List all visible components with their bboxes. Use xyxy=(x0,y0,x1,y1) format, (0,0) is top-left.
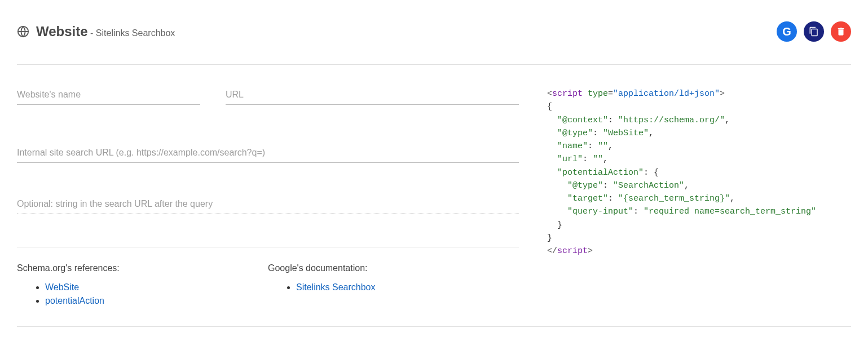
copy-icon xyxy=(809,26,819,37)
copy-button[interactable] xyxy=(804,21,824,42)
google-g-icon: G xyxy=(782,25,791,38)
code-preview: <script type="application/ld+json"> { "@… xyxy=(547,86,851,309)
header-actions: G xyxy=(777,21,851,42)
list-item: potentialAction xyxy=(45,296,268,306)
search-url-input[interactable] xyxy=(17,144,519,163)
url-input[interactable] xyxy=(226,86,519,105)
list-item: Sitelinks Searchbox xyxy=(296,282,519,292)
header: Website - Sitelinks Searchbox G xyxy=(17,0,851,65)
google-docs-heading: Google's documentation: xyxy=(268,263,519,273)
list-item: WebSite xyxy=(45,282,268,292)
google-test-button[interactable]: G xyxy=(777,21,797,42)
page-title: Website - Sitelinks Searchbox xyxy=(36,24,175,39)
title-main: Website xyxy=(36,24,88,39)
website-name-input[interactable] xyxy=(17,86,200,105)
website-ref-link[interactable]: WebSite xyxy=(45,282,79,292)
footer-divider xyxy=(17,326,851,327)
globe-icon xyxy=(17,25,29,38)
header-left: Website - Sitelinks Searchbox xyxy=(17,24,175,39)
form-column: Schema.org's references: WebSite potenti… xyxy=(17,86,519,309)
delete-button[interactable] xyxy=(831,21,851,42)
sitelinks-doc-link[interactable]: Sitelinks Searchbox xyxy=(296,282,376,292)
schema-refs-heading: Schema.org's references: xyxy=(17,263,268,273)
potentialaction-ref-link[interactable]: potentialAction xyxy=(45,296,104,305)
trash-icon xyxy=(836,26,846,37)
optional-suffix-input[interactable] xyxy=(17,196,519,214)
title-sub: - Sitelinks Searchbox xyxy=(90,28,175,38)
references: Schema.org's references: WebSite potenti… xyxy=(17,247,519,309)
